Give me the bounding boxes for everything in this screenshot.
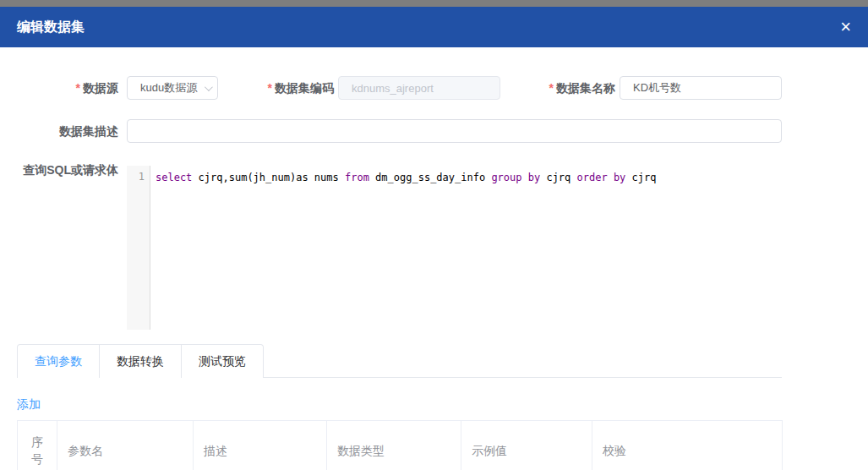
- add-param-link[interactable]: 添加: [17, 396, 41, 413]
- dataset-code-input[interactable]: [338, 76, 500, 100]
- params-table: 序号 参数名 描述 数据类型 示例值 校验: [17, 420, 783, 470]
- datasource-select[interactable]: kudu数据源: [127, 76, 218, 100]
- edit-dataset-dialog: 编辑数据集 × *数据源 kudu数据源 *数据集编码 *数据集名称 数据集描述…: [0, 0, 868, 470]
- close-icon[interactable]: ×: [840, 18, 851, 36]
- datasource-label-text: 数据源: [83, 81, 118, 95]
- sql-editor[interactable]: 1 select cjrq,sum(jh_num)as nums from dm…: [127, 166, 782, 330]
- tab-data-transform[interactable]: 数据转换: [99, 345, 181, 378]
- col-header-data-type: 数据类型: [327, 421, 461, 470]
- col-header-param-name: 参数名: [57, 421, 194, 470]
- dialog-title: 编辑数据集: [17, 19, 85, 36]
- sql-label-text: 查询SQL或请求体: [23, 163, 118, 177]
- chevron-down-icon: [205, 83, 213, 91]
- window-top-strip: [0, 0, 868, 7]
- dataset-desc-input[interactable]: [127, 119, 782, 143]
- col-header-seq: 序号: [18, 421, 57, 470]
- editor-gutter: 1: [127, 166, 150, 330]
- tab-bar: 查询参数 数据转换 测试预览: [17, 344, 782, 378]
- dataset-code-label: *数据集编码: [216, 76, 334, 100]
- line-number: 1: [139, 171, 145, 183]
- col-header-validation: 校验: [592, 421, 783, 470]
- dataset-name-label-text: 数据集名称: [556, 81, 615, 95]
- table-header-row: 序号 参数名 描述 数据类型 示例值 校验: [18, 421, 783, 470]
- datasource-label: *数据源: [0, 76, 118, 100]
- sql-label: 查询SQL或请求体: [0, 161, 118, 178]
- col-header-example-value: 示例值: [461, 421, 592, 470]
- sql-code-line: select cjrq,sum(jh_num)as nums from dm_o…: [150, 166, 656, 330]
- required-asterisk: *: [549, 81, 554, 95]
- dataset-code-label-text: 数据集编码: [275, 81, 334, 95]
- required-asterisk: *: [76, 81, 80, 95]
- dataset-desc-label: 数据集描述: [0, 119, 118, 143]
- dataset-name-label: *数据集名称: [497, 76, 615, 100]
- col-header-description: 描述: [194, 421, 327, 470]
- tab-nav: 查询参数 数据转换 测试预览: [17, 344, 264, 378]
- datasource-select-value: kudu数据源: [140, 80, 201, 96]
- tab-test-preview[interactable]: 测试预览: [181, 345, 263, 378]
- tab-query-params[interactable]: 查询参数: [18, 345, 99, 378]
- dataset-desc-label-text: 数据集描述: [59, 124, 118, 138]
- dialog-header: 编辑数据集 ×: [0, 7, 868, 47]
- dataset-name-input[interactable]: [620, 76, 782, 100]
- required-asterisk: *: [268, 81, 272, 95]
